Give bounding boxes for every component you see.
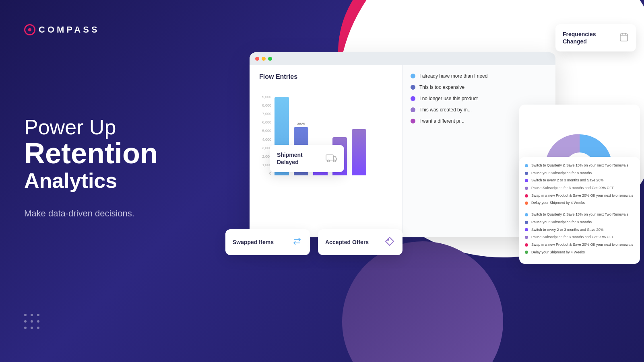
reason-text: I want a different pr... [419, 118, 464, 124]
frequencies-title: Frequencies Changed [563, 31, 619, 45]
list-text: Pause Subscription for 3 months and Get … [531, 186, 614, 191]
list-item: Swap in a new Product & Save 20% Off you… [525, 243, 634, 247]
list-text: Swap in a new Product & Save 20% Off you… [531, 243, 633, 247]
svg-point-8 [388, 239, 389, 241]
reason-dot [411, 74, 415, 78]
bar-5 [352, 129, 366, 175]
shipment-delayed-card: Shipment Delayed [270, 145, 344, 172]
compass-icon [24, 24, 35, 35]
offers-list-card: Switch to Quarterly & Save 15% on your n… [519, 157, 640, 264]
logo: COMPASS [24, 24, 250, 35]
list-text: Switch to every 2 or 3 months and Save 2… [531, 228, 604, 232]
list-text: Switch to Quarterly & Save 15% on your n… [531, 163, 628, 168]
list-text: Pause your Subscription for 8 months [531, 220, 592, 225]
close-button-dot [255, 57, 259, 61]
list-text: Pause your Subscription for 8 months [531, 171, 592, 176]
brand-name: COMPASS [39, 25, 100, 35]
list-text: Switch to Quarterly & Save 15% on your n… [531, 212, 628, 217]
list-dot [525, 236, 528, 239]
list-text: Delay your Shipment by 4 Weeks [531, 250, 585, 255]
list-item: Delay your Shipment by 4 Weeks [525, 250, 634, 255]
list-item: Switch to every 2 or 3 months and Save 2… [525, 178, 634, 183]
maximize-button-dot [268, 57, 272, 61]
list-dot [525, 179, 528, 182]
list-item: Switch to Quarterly & Save 15% on your n… [525, 212, 634, 217]
svg-point-5 [328, 160, 330, 162]
list-dot [525, 243, 528, 247]
y-label: 0 [259, 171, 271, 175]
shipment-title: Shipment Delayed [277, 151, 326, 166]
list-item: Pause your Subscription for 8 months [525, 220, 634, 225]
accepted-title: Accepted Offers [325, 239, 369, 246]
list-item: Pause Subscription for 3 months and Get … [525, 186, 634, 191]
reason-text: I no longer use this product [419, 96, 478, 101]
list-item: Swap in a new Product & Save 20% Off you… [525, 193, 634, 198]
reason-dot [411, 119, 415, 123]
reason-item-3: I no longer use this product [411, 96, 547, 101]
accepted-offers-card: Accepted Offers [318, 229, 402, 255]
list-dot [525, 221, 528, 224]
reason-item-2: This is too expensive [411, 84, 547, 90]
calendar-icon [619, 32, 629, 44]
minimize-button-dot [262, 57, 266, 61]
tag-icon [384, 236, 395, 249]
list-dot [525, 202, 528, 205]
list-dot [525, 228, 528, 231]
list-item: Pause Subscription for 3 months and Get … [525, 235, 634, 240]
truck-icon [326, 153, 337, 164]
reason-text: I already have more than I need [419, 73, 487, 79]
hero-line3: Analytics [24, 169, 250, 192]
svg-rect-0 [620, 34, 627, 41]
monitor-top-bar [250, 52, 555, 65]
list-dot [525, 187, 528, 190]
y-label: 5,000 [259, 129, 271, 133]
hero-subtitle: Make data-driven decisions. [24, 208, 250, 219]
list-dot [525, 194, 528, 197]
svg-point-6 [334, 160, 336, 162]
left-panel: COMPASS Power Up Retention Analytics Mak… [24, 0, 250, 362]
reason-text: This is too expensive [419, 84, 464, 90]
reason-item-1: I already have more than I need [411, 73, 547, 79]
list-text: Switch to every 2 or 3 months and Save 2… [531, 178, 604, 183]
y-label: 7,000 [259, 112, 271, 116]
y-label: 6,000 [259, 120, 271, 124]
hero-line2: Retention [24, 139, 250, 168]
list-item: Switch to Quarterly & Save 15% on your n… [525, 163, 634, 168]
right-panel: Frequencies Changed Flow Entries [217, 0, 644, 362]
y-label: 8,000 [259, 103, 271, 107]
list-dot [525, 213, 528, 216]
chart-title: Flow Entries [259, 73, 392, 80]
reason-dot [411, 85, 415, 90]
list-dot [525, 164, 528, 167]
list-dot [525, 251, 528, 254]
reason-dot [411, 107, 415, 112]
list-item: Switch to every 2 or 3 months and Save 2… [525, 228, 634, 232]
reason-text: This was created by m... [419, 107, 472, 113]
list-item: Delay your Shipment by 4 Weeks [525, 201, 634, 206]
list-text: Delay your Shipment by 4 Weeks [531, 201, 585, 206]
y-label: 4,000 [259, 138, 271, 142]
hero-text: Power Up Retention Analytics Make data-d… [24, 116, 250, 219]
svg-rect-4 [326, 155, 333, 160]
reason-dot [411, 96, 415, 101]
list-text: Pause Subscription for 3 months and Get … [531, 235, 614, 240]
hero-line1: Power Up [24, 116, 250, 139]
list-divider [525, 209, 634, 209]
swap-icon [291, 236, 303, 249]
list-text: Swap in a new Product & Save 20% Off you… [531, 193, 633, 198]
y-label: 9,000 [259, 95, 271, 99]
list-dot [525, 172, 528, 175]
list-item: Pause your Subscription for 8 months [525, 171, 634, 176]
frequencies-changed-card: Frequencies Changed [555, 24, 636, 51]
